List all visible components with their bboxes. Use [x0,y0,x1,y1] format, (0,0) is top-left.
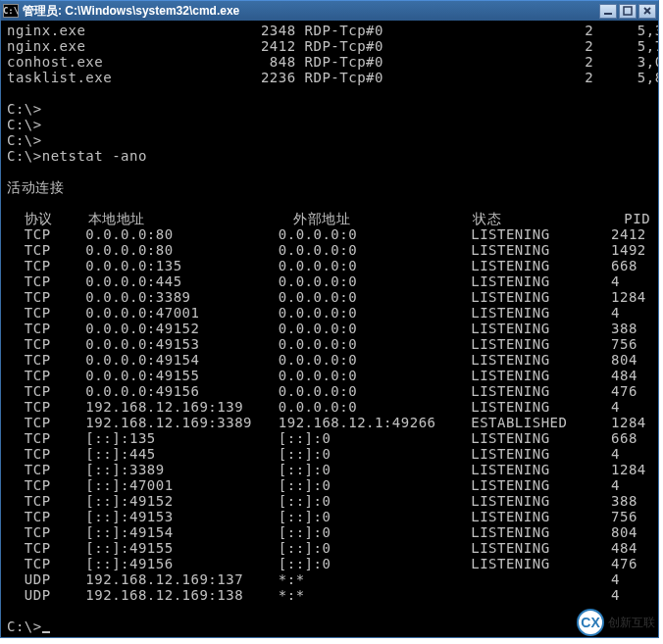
cmd-window: C:\ 管理员: C:\Windows\system32\cmd.exe ngi… [0,0,659,638]
maximize-icon [623,6,633,16]
cmd-icon: C:\ [3,4,19,18]
maximize-button[interactable] [619,4,637,19]
window-title: 管理员: C:\Windows\system32\cmd.exe [23,3,599,20]
cursor [42,631,50,633]
minimize-icon [603,6,613,16]
svg-rect-1 [624,7,632,15]
close-button[interactable] [638,4,656,19]
minimize-button[interactable] [599,4,617,19]
watermark: CX 创新互联 [577,609,655,636]
console-output[interactable]: nginx.exe 2348 RDP-Tcp#0 2 5,392 K nginx… [1,21,658,637]
close-icon [642,6,652,16]
watermark-logo-icon: CX [577,609,604,636]
window-controls [599,4,656,19]
titlebar[interactable]: C:\ 管理员: C:\Windows\system32\cmd.exe [1,1,658,21]
watermark-text: 创新互联 [608,615,655,631]
